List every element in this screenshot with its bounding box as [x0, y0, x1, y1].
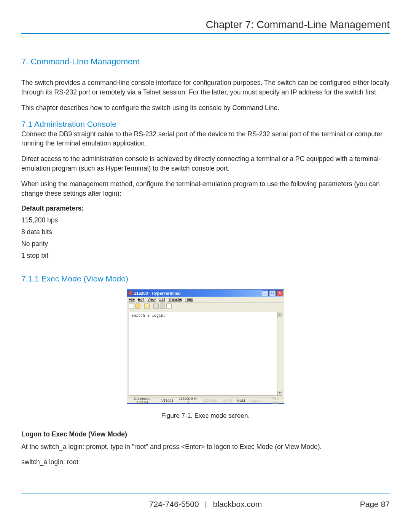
menu-call[interactable]: Call — [159, 297, 165, 302]
scrollbar[interactable]: ▲ ▼ — [277, 312, 282, 396]
new-file-icon[interactable] — [129, 304, 134, 309]
scroll-down-icon[interactable]: ▼ — [277, 391, 282, 396]
call-icon[interactable] — [144, 304, 150, 309]
header-rule: Chapter 7: Command-Line Management — [21, 19, 390, 34]
footer-site: blackbox.com — [213, 500, 262, 508]
hyperterminal-window: 115200 - HyperTerminal _ □ X File Edit V… — [127, 289, 284, 404]
logon-example: switch_a login: root — [21, 457, 390, 467]
section711-heading: 7.1.1 Exec Mode (View Mode) — [21, 274, 390, 283]
section71-heading: 7.1 Administration Console — [21, 120, 390, 129]
chapter-title: Chapter 7: Command-Line Management — [21, 19, 390, 31]
footer-sep: | — [205, 500, 207, 508]
menu-help[interactable]: Help — [185, 297, 193, 302]
hyperterminal-title: 115200 - HyperTerminal — [134, 291, 181, 296]
logon-para: At the switch_a login: prompt, type in "… — [21, 442, 390, 452]
properties-icon[interactable] — [166, 304, 172, 309]
figure-7-1: 115200 - HyperTerminal _ □ X File Edit V… — [21, 289, 390, 420]
status-vt: VT100J — [161, 399, 173, 403]
param-parity: No parity — [21, 240, 390, 248]
hyperterminal-terminal[interactable]: switch_a login: _ — [129, 312, 282, 396]
minimize-button[interactable]: _ — [262, 290, 269, 296]
section71-para1: Connect the DB9 straight cable to the RS… — [21, 129, 390, 149]
send-icon[interactable] — [153, 304, 159, 309]
section71-para2: Direct access to the administration cons… — [21, 154, 390, 173]
param-stop-bit: 1 stop bit — [21, 252, 390, 260]
hyperterminal-terminal-wrap: switch_a login: _ ▲ ▼ — [127, 310, 284, 397]
logon-label: Logon to Exec Mode (View Mode) — [21, 430, 390, 438]
close-button[interactable]: X — [276, 290, 283, 296]
param-bps: 115,200 bps — [21, 216, 390, 224]
scroll-up-icon[interactable]: ▲ — [277, 312, 282, 317]
status-print: Print echo — [268, 397, 282, 404]
figure-caption: Figure 7-1. Exec mode screen. — [21, 412, 390, 420]
section7-para1: The switch provides a command-line conso… — [21, 78, 390, 97]
status-caps: CAPS — [223, 399, 232, 403]
status-scroll: SCROLL — [204, 399, 217, 403]
section7-heading: 7. Command-LIne Management — [21, 57, 390, 67]
status-num: NUM — [237, 399, 245, 403]
document-page: Chapter 7: Command-Line Management 7. Co… — [0, 0, 411, 532]
toolbar-sep — [151, 304, 152, 308]
default-params-label: Default parameters: — [21, 204, 390, 212]
section71-para3: When using the management method, config… — [21, 179, 390, 198]
app-icon — [129, 291, 132, 295]
section7-para2: This chapter describes how to configure … — [21, 103, 390, 113]
hyperterminal-menubar: File Edit View Call Transfer Help — [127, 297, 284, 303]
hyperterminal-toolbar — [127, 303, 284, 310]
receive-icon[interactable] — [160, 304, 165, 309]
param-data-bits: 8 data bits — [21, 228, 390, 236]
footer-phone: 724-746-5500 — [149, 500, 199, 508]
menu-view[interactable]: View — [147, 297, 156, 302]
menu-transfer[interactable]: Transfer — [168, 297, 182, 302]
maximize-button[interactable]: □ — [269, 290, 276, 296]
footer-rule — [21, 494, 390, 494]
open-icon[interactable] — [135, 304, 140, 309]
footer-page: Page 87 — [360, 500, 390, 509]
hyperterminal-statusbar: Connected 0:02:04 VT100J 115200 8-N-1 SC… — [127, 397, 284, 403]
menu-file[interactable]: File — [129, 297, 135, 302]
hyperterminal-titlebar: 115200 - HyperTerminal _ □ X — [127, 290, 284, 297]
status-baud: 115200 8-N-1 — [178, 397, 198, 404]
status-capture: Capture — [250, 399, 263, 403]
status-connected: Connected 0:02:04 — [129, 397, 156, 404]
page-footer: 724-746-5500 | blackbox.com Page 87 — [21, 499, 390, 510]
toolbar-sep — [142, 304, 143, 308]
menu-edit[interactable]: Edit — [138, 297, 144, 302]
